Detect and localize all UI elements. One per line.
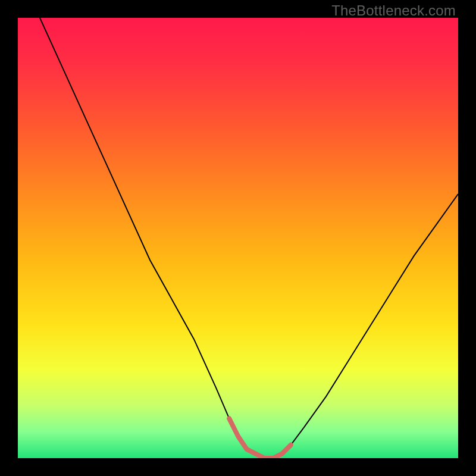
chart-frame: TheBottleneck.com (0, 0, 476, 476)
bottleneck-curve (40, 18, 458, 458)
curve-layer (18, 18, 458, 458)
highlight-segment (229, 418, 291, 458)
watermark-text: TheBottleneck.com (331, 2, 456, 19)
plot-area (18, 18, 458, 458)
